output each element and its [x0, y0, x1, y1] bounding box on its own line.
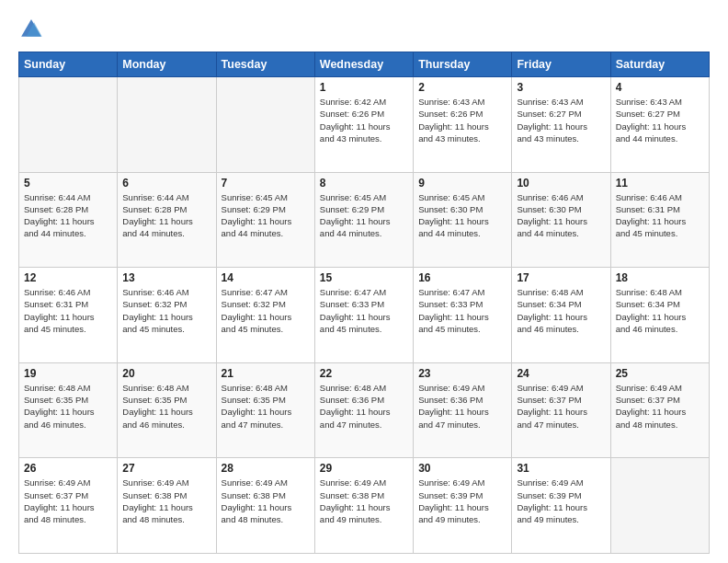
day-number: 19	[24, 367, 112, 380]
day-info: Sunrise: 6:46 AM Sunset: 6:31 PM Dayligh…	[616, 191, 704, 240]
page: SundayMondayTuesdayWednesdayThursdayFrid…	[0, 0, 728, 563]
day-number: 29	[320, 462, 408, 475]
day-number: 18	[616, 271, 704, 284]
day-info: Sunrise: 6:49 AM Sunset: 6:37 PM Dayligh…	[616, 382, 704, 431]
calendar-cell: 24Sunrise: 6:49 AM Sunset: 6:37 PM Dayli…	[512, 362, 610, 458]
day-info: Sunrise: 6:44 AM Sunset: 6:28 PM Dayligh…	[24, 191, 112, 240]
calendar-cell: 12Sunrise: 6:46 AM Sunset: 6:31 PM Dayli…	[19, 268, 118, 363]
calendar-cell: 17Sunrise: 6:48 AM Sunset: 6:34 PM Dayli…	[512, 268, 610, 363]
day-info: Sunrise: 6:48 AM Sunset: 6:36 PM Dayligh…	[320, 382, 408, 431]
day-number: 5	[24, 177, 112, 190]
weekday-tuesday: Tuesday	[216, 52, 314, 77]
day-info: Sunrise: 6:44 AM Sunset: 6:28 PM Dayligh…	[122, 191, 210, 240]
day-info: Sunrise: 6:49 AM Sunset: 6:39 PM Dayligh…	[418, 477, 506, 525]
calendar-cell: 21Sunrise: 6:48 AM Sunset: 6:35 PM Dayli…	[216, 362, 314, 458]
day-info: Sunrise: 6:45 AM Sunset: 6:29 PM Dayligh…	[320, 191, 408, 240]
day-info: Sunrise: 6:49 AM Sunset: 6:36 PM Dayligh…	[418, 382, 506, 431]
day-info: Sunrise: 6:45 AM Sunset: 6:29 PM Dayligh…	[222, 191, 310, 240]
day-info: Sunrise: 6:49 AM Sunset: 6:38 PM Dayligh…	[320, 477, 408, 525]
day-info: Sunrise: 6:43 AM Sunset: 6:27 PM Dayligh…	[616, 96, 704, 144]
weekday-saturday: Saturday	[610, 52, 709, 77]
day-number: 13	[122, 271, 210, 284]
day-number: 22	[320, 367, 408, 380]
calendar-cell: 22Sunrise: 6:48 AM Sunset: 6:36 PM Dayli…	[314, 362, 413, 458]
calendar-cell: 31Sunrise: 6:49 AM Sunset: 6:39 PM Dayli…	[512, 458, 610, 554]
day-number: 2	[418, 81, 506, 94]
day-info: Sunrise: 6:46 AM Sunset: 6:30 PM Dayligh…	[517, 191, 605, 240]
day-number: 15	[320, 271, 408, 284]
day-info: Sunrise: 6:48 AM Sunset: 6:35 PM Dayligh…	[24, 382, 112, 431]
day-number: 28	[222, 462, 310, 475]
calendar-cell: 20Sunrise: 6:48 AM Sunset: 6:35 PM Dayli…	[118, 362, 216, 458]
day-info: Sunrise: 6:49 AM Sunset: 6:37 PM Dayligh…	[517, 382, 605, 431]
day-info: Sunrise: 6:42 AM Sunset: 6:26 PM Dayligh…	[320, 96, 408, 144]
calendar-cell	[216, 77, 314, 173]
calendar-cell: 29Sunrise: 6:49 AM Sunset: 6:38 PM Dayli…	[314, 458, 413, 554]
day-info: Sunrise: 6:47 AM Sunset: 6:33 PM Dayligh…	[320, 286, 408, 335]
calendar-cell: 8Sunrise: 6:45 AM Sunset: 6:29 PM Daylig…	[314, 172, 413, 268]
day-info: Sunrise: 6:48 AM Sunset: 6:35 PM Dayligh…	[122, 382, 210, 431]
day-info: Sunrise: 6:48 AM Sunset: 6:34 PM Dayligh…	[616, 286, 704, 335]
day-number: 24	[517, 367, 605, 380]
day-info: Sunrise: 6:49 AM Sunset: 6:37 PM Dayligh…	[24, 477, 112, 525]
calendar-cell: 19Sunrise: 6:48 AM Sunset: 6:35 PM Dayli…	[19, 362, 118, 458]
calendar-cell: 25Sunrise: 6:49 AM Sunset: 6:37 PM Dayli…	[610, 362, 709, 458]
day-number: 7	[222, 177, 310, 190]
day-number: 4	[616, 81, 704, 94]
day-number: 30	[418, 462, 506, 475]
day-info: Sunrise: 6:49 AM Sunset: 6:38 PM Dayligh…	[122, 477, 210, 525]
day-number: 14	[222, 271, 310, 284]
calendar-cell	[19, 77, 118, 173]
calendar-cell	[610, 458, 709, 554]
calendar-cell: 11Sunrise: 6:46 AM Sunset: 6:31 PM Dayli…	[610, 172, 709, 268]
calendar-cell: 5Sunrise: 6:44 AM Sunset: 6:28 PM Daylig…	[19, 172, 118, 268]
calendar-cell: 6Sunrise: 6:44 AM Sunset: 6:28 PM Daylig…	[118, 172, 216, 268]
weekday-friday: Friday	[512, 52, 610, 77]
day-number: 20	[122, 367, 210, 380]
calendar-cell: 18Sunrise: 6:48 AM Sunset: 6:34 PM Dayli…	[610, 268, 709, 363]
calendar-week-4: 19Sunrise: 6:48 AM Sunset: 6:35 PM Dayli…	[19, 362, 710, 458]
day-number: 6	[122, 177, 210, 190]
day-info: Sunrise: 6:46 AM Sunset: 6:31 PM Dayligh…	[24, 286, 112, 335]
calendar-cell	[118, 77, 216, 173]
calendar-cell: 23Sunrise: 6:49 AM Sunset: 6:36 PM Dayli…	[414, 362, 512, 458]
calendar-cell: 15Sunrise: 6:47 AM Sunset: 6:33 PM Dayli…	[314, 268, 413, 363]
calendar-week-2: 5Sunrise: 6:44 AM Sunset: 6:28 PM Daylig…	[19, 172, 710, 268]
calendar-week-1: 1Sunrise: 6:42 AM Sunset: 6:26 PM Daylig…	[19, 77, 710, 173]
day-info: Sunrise: 6:47 AM Sunset: 6:33 PM Dayligh…	[418, 286, 506, 335]
calendar-table: SundayMondayTuesdayWednesdayThursdayFrid…	[18, 52, 710, 554]
weekday-monday: Monday	[118, 52, 216, 77]
day-number: 27	[122, 462, 210, 475]
calendar-cell: 26Sunrise: 6:49 AM Sunset: 6:37 PM Dayli…	[19, 458, 118, 554]
day-info: Sunrise: 6:49 AM Sunset: 6:39 PM Dayligh…	[517, 477, 605, 525]
day-number: 1	[320, 81, 408, 94]
day-number: 3	[517, 81, 605, 94]
day-number: 16	[418, 271, 506, 284]
day-number: 23	[418, 367, 506, 380]
calendar-cell: 28Sunrise: 6:49 AM Sunset: 6:38 PM Dayli…	[216, 458, 314, 554]
day-number: 8	[320, 177, 408, 190]
day-info: Sunrise: 6:46 AM Sunset: 6:32 PM Dayligh…	[122, 286, 210, 335]
calendar-cell: 4Sunrise: 6:43 AM Sunset: 6:27 PM Daylig…	[610, 77, 709, 173]
weekday-wednesday: Wednesday	[314, 52, 413, 77]
calendar-cell: 9Sunrise: 6:45 AM Sunset: 6:30 PM Daylig…	[414, 172, 512, 268]
calendar-cell: 30Sunrise: 6:49 AM Sunset: 6:39 PM Dayli…	[414, 458, 512, 554]
logo-icon	[18, 17, 44, 42]
weekday-thursday: Thursday	[414, 52, 512, 77]
day-info: Sunrise: 6:43 AM Sunset: 6:27 PM Dayligh…	[517, 96, 605, 144]
day-number: 21	[222, 367, 310, 380]
weekday-sunday: Sunday	[19, 52, 118, 77]
day-number: 9	[418, 177, 506, 190]
weekday-header-row: SundayMondayTuesdayWednesdayThursdayFrid…	[19, 52, 710, 77]
calendar-cell: 1Sunrise: 6:42 AM Sunset: 6:26 PM Daylig…	[314, 77, 413, 173]
calendar-week-5: 26Sunrise: 6:49 AM Sunset: 6:37 PM Dayli…	[19, 458, 710, 554]
calendar-cell: 3Sunrise: 6:43 AM Sunset: 6:27 PM Daylig…	[512, 77, 610, 173]
calendar-cell: 16Sunrise: 6:47 AM Sunset: 6:33 PM Dayli…	[414, 268, 512, 363]
day-info: Sunrise: 6:45 AM Sunset: 6:30 PM Dayligh…	[418, 191, 506, 240]
day-number: 11	[616, 177, 704, 190]
day-number: 12	[24, 271, 112, 284]
calendar-week-3: 12Sunrise: 6:46 AM Sunset: 6:31 PM Dayli…	[19, 268, 710, 363]
day-info: Sunrise: 6:48 AM Sunset: 6:34 PM Dayligh…	[517, 286, 605, 335]
day-info: Sunrise: 6:49 AM Sunset: 6:38 PM Dayligh…	[222, 477, 310, 525]
day-info: Sunrise: 6:47 AM Sunset: 6:32 PM Dayligh…	[222, 286, 310, 335]
